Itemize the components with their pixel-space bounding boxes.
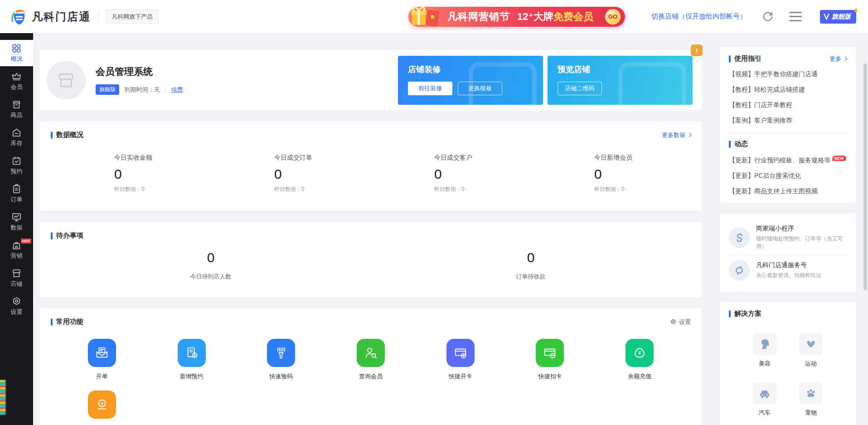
logo-subtitle-tag: 凡科网旗下产品 bbox=[106, 10, 159, 24]
shop-overview-card: 会员管理系统 旗舰版 到期时间：无 续费 店铺装修 前往装修 更换模板 bbox=[40, 50, 702, 110]
shop-preview-card: 预览店铺 店铺二维码 bbox=[548, 56, 693, 105]
channel-title: 凡科门店通服务号 bbox=[756, 261, 821, 269]
sidebar-item-label: 设置 bbox=[11, 308, 23, 316]
data-overview-title: 数据概况 bbox=[56, 131, 83, 139]
gear-icon bbox=[670, 318, 677, 325]
service-account-channel[interactable]: 凡科门店通服务号 关心最新资讯、功能和玩法 bbox=[729, 255, 847, 285]
sidebar-item-goods[interactable]: 商品 bbox=[0, 96, 33, 122]
stat-new-members: 今日新增会员 0 昨日数据：0 bbox=[531, 154, 691, 193]
solution-pets[interactable]: 宠物 bbox=[788, 382, 834, 417]
feedback-widget[interactable] bbox=[0, 379, 6, 415]
quick-settings-button[interactable]: 设置 bbox=[670, 318, 691, 326]
paw-icon bbox=[805, 387, 817, 400]
monitor-chart-icon bbox=[11, 212, 22, 222]
section-accent-bar bbox=[729, 141, 731, 148]
hot-badge: HOT bbox=[21, 239, 31, 244]
more-data-link[interactable]: 更多数据 bbox=[662, 131, 691, 139]
sidebar-item-overview[interactable]: 概况 bbox=[0, 40, 33, 66]
sidebar-item-members[interactable]: 会员 bbox=[0, 68, 33, 94]
refresh-icon[interactable] bbox=[762, 11, 774, 23]
stat-sub: 昨日数据：0 bbox=[594, 186, 691, 193]
clipboard-icon bbox=[11, 184, 22, 194]
menu-icon[interactable] bbox=[789, 12, 802, 21]
create-order-icon bbox=[94, 345, 110, 361]
money-pouch-icon: ¥ bbox=[632, 345, 647, 361]
stat-value: 0 bbox=[434, 166, 531, 182]
banner-highlight: 免费会员 bbox=[553, 10, 593, 24]
guide-link[interactable]: 【视频】手把手教你搭建门店通 bbox=[729, 70, 847, 78]
shop-qrcode-button[interactable]: 店铺二维码 bbox=[558, 82, 602, 95]
quick-deduct-card[interactable]: 快捷扣卡 bbox=[505, 339, 595, 381]
sidebar-item-orders[interactable]: 订单 bbox=[0, 181, 33, 207]
quick-label: 开单 bbox=[96, 372, 108, 381]
solution-sports[interactable]: 运动 bbox=[788, 333, 834, 368]
main-content: 会员管理系统 旗舰版 到期时间：无 续费 店铺装修 前往装修 更换模板 bbox=[40, 33, 702, 425]
divider bbox=[165, 87, 166, 93]
stat-label: 今日实收金额 bbox=[114, 154, 211, 162]
go-decorate-button[interactable]: 前往装修 bbox=[408, 82, 452, 95]
guide-link[interactable]: 【教程】门店开单教程 bbox=[729, 101, 847, 109]
renew-link[interactable]: 续费 bbox=[171, 86, 183, 94]
sidebar-item-label: 商品 bbox=[11, 111, 23, 119]
sidebar-item-store[interactable]: 店铺 bbox=[0, 265, 33, 291]
quick-open-card[interactable]: 快捷开卡 bbox=[416, 339, 505, 381]
promo-banner[interactable]: 凡科网营销节 12⁺大牌 免费会员 GO bbox=[408, 7, 625, 27]
quick-settings-label: 设置 bbox=[679, 318, 691, 326]
preview-title: 预览店铺 bbox=[558, 64, 683, 75]
channels-card: 商家端小程序 随时随地处理预约、订单等（员工可用） 凡科门店通服务号 关心最新资… bbox=[720, 214, 856, 292]
stat-label: 今日成交订单 bbox=[274, 154, 371, 162]
sidebar-item-label: 库存 bbox=[11, 139, 23, 147]
guide-link[interactable]: 【教程】轻松完成店铺搭建 bbox=[729, 86, 847, 94]
quick-new-booking[interactable]: 新增预约 bbox=[147, 339, 237, 381]
todo-card: 待办事项 0 今日待到店人数 0 订单待收款 bbox=[40, 222, 702, 297]
banner-go-button[interactable]: GO bbox=[605, 9, 621, 24]
switch-store-link[interactable]: 切换店铺（仅开放给内部帐号） bbox=[651, 12, 747, 21]
version-badge[interactable]: 旗舰版 bbox=[820, 10, 856, 24]
top-header: 凡科门店通 凡科网旗下产品 凡科网营销节 12⁺大牌 免费会员 GO 切换店铺（… bbox=[0, 0, 868, 33]
quick-recharge[interactable]: ¥ 余额充值 bbox=[595, 339, 684, 381]
update-link[interactable]: 【更新】PC后台搜索优化 bbox=[729, 172, 847, 180]
todo-label: 订单待收款 bbox=[371, 273, 691, 281]
quick-functions-card: 常用功能 设置 开单 bbox=[40, 308, 702, 425]
todo-value: 0 bbox=[371, 250, 691, 265]
update-link[interactable]: 【更新】商品支持上传主图视频 bbox=[729, 187, 847, 195]
solution-label: 运动 bbox=[805, 360, 817, 368]
quick-create-order[interactable]: 开单 bbox=[57, 339, 147, 381]
guide-link[interactable]: 【案例】客户案例推荐 bbox=[729, 117, 847, 125]
version-badge-label: 旗舰版 bbox=[832, 13, 851, 21]
miniprogram-channel[interactable]: 商家端小程序 随时随地处理预约、订单等（员工可用） bbox=[729, 220, 847, 255]
divider bbox=[729, 133, 847, 133]
warehouse-icon bbox=[11, 127, 22, 138]
data-overview-card: 数据概况 更多数据 今日实收金额 0 昨日数据：0 今日成交订单 0 昨日数据：… bbox=[40, 122, 702, 211]
solution-beauty[interactable]: 美容 bbox=[742, 333, 788, 368]
update-link[interactable]: 【更新】行业预约模板、服务规格等NEW bbox=[729, 156, 847, 165]
solution-car[interactable]: 汽车 bbox=[742, 382, 788, 417]
guide-more-link[interactable]: 更多 bbox=[829, 55, 847, 63]
quick-label: 快捷开卡 bbox=[449, 372, 472, 381]
sidebar-item-marketing[interactable]: HOT 营销 bbox=[0, 237, 33, 263]
quick-balance-deduct[interactable]: ¥ 余额扣除 bbox=[57, 391, 147, 425]
alert-button[interactable]: ! bbox=[691, 44, 703, 56]
todo-title: 待办事项 bbox=[56, 231, 83, 240]
sidebar-item-stock[interactable]: 库存 bbox=[0, 124, 33, 151]
sidebar-item-label: 概况 bbox=[11, 55, 23, 63]
quick-verify-code[interactable]: 快速验码 bbox=[236, 339, 326, 381]
quick-functions-title: 常用功能 bbox=[56, 318, 83, 326]
todo-value: 0 bbox=[51, 250, 371, 265]
calendar-check-icon bbox=[11, 156, 22, 166]
stat-value: 0 bbox=[274, 166, 371, 182]
sidebar-item-booking[interactable]: 预约 bbox=[0, 152, 33, 179]
guide-title: 使用指引 bbox=[734, 54, 761, 63]
stat-sub: 昨日数据：0 bbox=[274, 186, 371, 193]
change-template-button[interactable]: 更换模板 bbox=[458, 82, 502, 95]
quick-label: 余额充值 bbox=[628, 372, 651, 381]
stat-label: 今日成交客户 bbox=[434, 154, 531, 162]
quick-search-member[interactable]: 查询会员 bbox=[326, 339, 416, 381]
divider bbox=[98, 12, 98, 22]
sidebar-item-settings[interactable]: 设置 bbox=[0, 293, 33, 319]
crown-icon bbox=[11, 71, 22, 82]
quick-label: 新增预约 bbox=[180, 372, 204, 381]
scrollbar-thumb[interactable] bbox=[863, 64, 867, 290]
storefront-icon bbox=[11, 268, 22, 278]
sidebar-item-data[interactable]: 数据 bbox=[0, 209, 33, 235]
